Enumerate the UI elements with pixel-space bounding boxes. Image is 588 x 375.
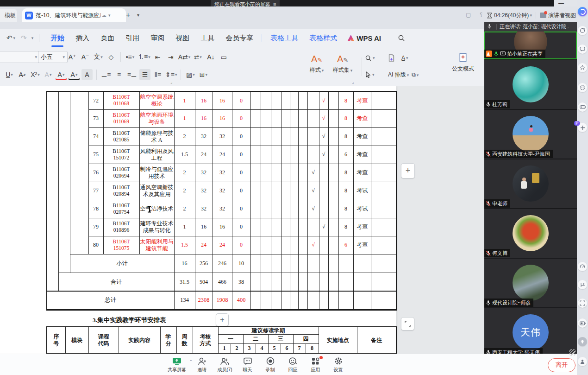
document-tab[interactable]: W 范-10、建筑环境与能源应用… ☁ ▾ xyxy=(22,8,126,22)
menu-tab-5[interactable]: 审阅 xyxy=(150,34,164,43)
sticker-icon[interactable] xyxy=(578,83,587,92)
table-expand-button[interactable] xyxy=(401,317,414,331)
battery-icon[interactable] xyxy=(578,318,587,328)
curriculum-table[interactable]: 72B1106T011068航空空调系统概论116160√8考查73B1106T… xyxy=(46,91,397,311)
window-restore-icon[interactable]: ▢ xyxy=(466,12,471,18)
context-tab-2[interactable]: 表格样式 xyxy=(309,34,337,43)
toolbar-members-button[interactable]: 成员(7) xyxy=(213,356,236,373)
view-mode-label[interactable]: 演讲者视图 xyxy=(548,12,576,19)
speed-icon[interactable] xyxy=(578,262,587,271)
avatar xyxy=(513,165,549,202)
layers-icon[interactable]: ⧉▾ xyxy=(412,71,419,78)
pin-icon[interactable] xyxy=(578,337,587,346)
context-tab-1[interactable]: 表格工具 xyxy=(270,34,298,43)
align-left-icon[interactable]: ⚊≡ xyxy=(100,69,112,80)
bullet-list-icon[interactable]: •≡▾ xyxy=(125,51,136,63)
distribute-icon[interactable]: ⦀≡ xyxy=(152,69,163,80)
participant-tile-5[interactable]: 何文博 xyxy=(484,208,577,259)
meeting-logo-icon[interactable] xyxy=(578,7,587,16)
leave-button[interactable]: 离开 xyxy=(548,358,575,372)
select-button[interactable]: ▾ xyxy=(365,69,375,81)
find-button[interactable]: ▾ xyxy=(365,52,375,64)
number-list-icon[interactable]: ⒈≡▾ xyxy=(138,51,150,63)
char-scale-icon[interactable]: A⇄▾ xyxy=(178,51,191,63)
search-icon[interactable] xyxy=(398,34,405,42)
minimize-icon[interactable]: — xyxy=(558,0,566,6)
line-spacing-icon[interactable]: ⇕≡▾ xyxy=(165,69,177,80)
text-wrap-icon[interactable]: ⮂▾ xyxy=(192,51,203,63)
styles-button[interactable]: A✎ 样式▾ xyxy=(304,53,330,74)
decrease-font-icon[interactable]: A⁻ xyxy=(80,51,91,63)
screenshot-icon[interactable] xyxy=(578,299,587,308)
new-tab-button[interactable]: + xyxy=(126,11,130,19)
participant-tile-7[interactable]: 天伟 西安工程大学-强天伟 xyxy=(484,307,577,358)
superscript-icon[interactable]: X²▾ xyxy=(30,69,41,80)
underline-icon[interactable]: U̲▾ xyxy=(4,69,15,80)
participant-tile-4[interactable]: 申老师 xyxy=(484,159,577,209)
font-name-combo[interactable]: ▾ xyxy=(0,51,40,63)
toolbar-chat-button[interactable]: 聊天 xyxy=(236,356,259,373)
outline-font-icon[interactable]: A▾ xyxy=(43,69,54,80)
sidebar-resize-handle[interactable] xyxy=(569,349,575,356)
wps-ai-button[interactable]: WPS AI xyxy=(347,34,381,42)
participant-tile-6[interactable]: 现代设计院~师彦 xyxy=(484,258,577,308)
strikethrough-icon[interactable]: A̶▾ xyxy=(17,69,28,80)
align-right-icon[interactable]: ≡⚊ xyxy=(126,69,138,80)
menu-tab-3[interactable]: 页面 xyxy=(100,34,114,43)
participant-tile-2[interactable]: 杜芳莉 xyxy=(484,59,577,110)
align-center-icon[interactable]: ≡ xyxy=(113,69,125,80)
toolbar-settings-button[interactable]: 设置 xyxy=(327,356,350,373)
increase-font-icon[interactable]: A⁺ xyxy=(67,51,78,63)
chevron-down-icon[interactable]: ▾ xyxy=(108,13,111,18)
toolbar-record-button[interactable]: 录制 xyxy=(259,356,281,373)
tab-templates[interactable]: 模板 xyxy=(0,9,17,22)
chat-bubble-icon[interactable] xyxy=(578,44,587,54)
toolbar-screen-share-button[interactable]: ⌃共享屏幕 xyxy=(163,356,191,373)
sort-icon[interactable]: A↓ xyxy=(205,51,216,63)
toolbar-reaction-button[interactable]: 回应 xyxy=(281,356,304,373)
ai-typeset-button[interactable]: AI 排版▾ xyxy=(388,71,409,79)
insert-column-button[interactable]: + xyxy=(401,163,415,178)
participant-tile-3[interactable]: 西安建筑科技大学-尹海国 xyxy=(484,109,577,159)
styleset-button[interactable]: A✎ 样式集▾ xyxy=(330,53,356,74)
page-setup-icon[interactable]: ▭ xyxy=(218,51,229,63)
profile-icon[interactable] xyxy=(578,357,587,366)
highlight-icon[interactable]: A▾ xyxy=(56,69,67,80)
participant-tile-1[interactable]: 范小苗正在共享 xyxy=(484,32,577,59)
menu-tab-7[interactable]: 工具 xyxy=(200,34,214,43)
ai-typeset-icon-button[interactable]: A̲▾ xyxy=(388,52,420,64)
shading-icon[interactable]: ▨▾ xyxy=(185,69,196,80)
indent-icon[interactable]: ⇥ xyxy=(165,51,176,63)
menu-tab-2[interactable]: 插入 xyxy=(75,34,89,43)
tab-list-caret-icon[interactable]: ▾ xyxy=(137,13,139,18)
effects-icon[interactable] xyxy=(578,63,587,72)
redo-icon[interactable]: ↷ xyxy=(21,34,27,42)
border-icon[interactable]: ⊞▾ xyxy=(198,69,209,80)
outdent-icon[interactable]: ⇤ xyxy=(152,51,163,63)
window-help-icon[interactable]: ؟ xyxy=(480,12,482,18)
flag-icon[interactable] xyxy=(578,280,587,289)
speaking-indicator-bar: 正在讲话: 范小苗; 现代设计院.. xyxy=(484,22,577,32)
menu-tab-8[interactable]: 会员专享 xyxy=(225,34,253,43)
char-shading-icon[interactable]: A xyxy=(81,69,93,80)
insert-row-button[interactable]: + xyxy=(216,313,229,326)
justify-icon[interactable]: ☰ xyxy=(139,69,150,80)
gov-doc-mode-button[interactable]: 公文模式 xyxy=(448,53,478,73)
add-app-icon[interactable]: 新 xyxy=(578,123,587,132)
table-row: 78B1106T020754空气洁净技术232320√8考试 xyxy=(47,200,396,218)
font-size-combo[interactable]: 小五▾ xyxy=(38,51,68,63)
undo-icon[interactable]: ↶ xyxy=(6,34,13,42)
toolbar-apps-button[interactable]: 应用 xyxy=(304,356,327,373)
font-color-icon[interactable]: A▾ xyxy=(69,69,80,80)
game-icon[interactable] xyxy=(578,102,587,112)
format-eraser-icon[interactable]: ◇ xyxy=(106,51,117,63)
menu-tab-4[interactable]: 引用 xyxy=(125,34,139,43)
menu-tab-6[interactable]: 视图 xyxy=(175,34,189,43)
text-effects-icon[interactable]: 文▾ xyxy=(93,51,104,63)
menu-tab-1[interactable]: 开始 xyxy=(50,34,64,43)
practice-table[interactable]: 序号模块课程代码实践内容学分周数考核方式建议修读学期实施地点备注一二三四1234… xyxy=(46,326,397,354)
toolbar-invite-button[interactable]: 邀请 xyxy=(191,356,213,373)
timer-caret-icon[interactable]: ▾ xyxy=(530,13,532,18)
beauty-icon[interactable] xyxy=(578,26,587,35)
history-caret-icon[interactable]: ▾ xyxy=(31,36,34,40)
